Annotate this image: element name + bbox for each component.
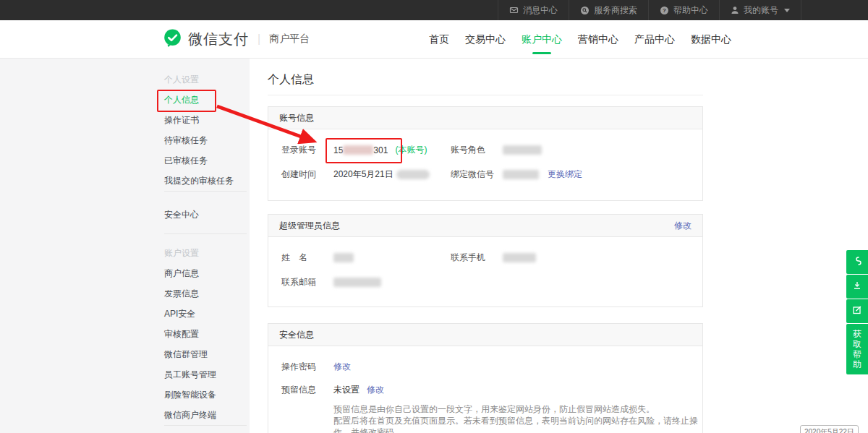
edit-password-link[interactable]: 修改	[333, 361, 351, 373]
masked-phone	[503, 253, 536, 262]
sidebar-item-security-center[interactable]: 安全中心	[145, 205, 250, 225]
page: 消息中心 服务商搜索 ? 帮助中心 我的账号	[0, 0, 868, 433]
super-admin-body: 姓 名 联系手机 联系邮箱	[268, 237, 702, 288]
sidebar-item-wechat-merchant-terminal[interactable]: 微信商户终端	[145, 405, 250, 425]
sidebar-item-pending-review-tasks[interactable]: 待审核任务	[145, 130, 250, 150]
contact-email-label: 联系邮箱	[281, 276, 325, 288]
account-role-label: 账号角色	[451, 144, 494, 156]
account-info-section: 账号信息 登录账号 15 301 (本账号) 账号角色	[268, 106, 703, 201]
page-title: 个人信息	[268, 72, 314, 87]
sidebar-item-personal-info[interactable]: 个人信息	[145, 90, 250, 110]
login-account-label: 登录账号	[281, 144, 325, 156]
reserved-info-description: 预留信息是由你自己设置的一段文字，用来鉴定网站身份，防止假冒网站造成损失。 配置…	[333, 403, 702, 433]
link-button[interactable]	[846, 250, 868, 274]
current-account-note: (本账号)	[395, 144, 427, 156]
nav-item-account-center[interactable]: 账户中心	[514, 20, 570, 58]
chevron-down-icon	[784, 9, 790, 12]
super-admin-section: 超级管理员信息 修改 姓 名 联系手机 联系邮箱	[268, 214, 703, 307]
sidebar-item-operation-certificate[interactable]: 操作证书	[145, 110, 250, 130]
help-center-menu-item[interactable]: ? 帮助中心	[648, 0, 719, 20]
description-line: 预留信息是由你自己设置的一段文字，用来鉴定网站身份，防止假冒网站造成损失。	[333, 403, 702, 415]
title-divider	[268, 95, 703, 95]
logo-separator: |	[258, 33, 260, 46]
my-account-menu-item[interactable]: 我的账号	[719, 0, 801, 20]
download-button[interactable]	[846, 275, 868, 299]
sidebar-item-invoice-info[interactable]: 发票信息	[145, 283, 250, 304]
header: 微信支付 | 商户平台 首页 交易中心 账户中心 营销中心 产品中心 数据中心	[0, 20, 868, 59]
super-admin-section-header: 超级管理员信息 修改	[268, 215, 702, 237]
date-tooltip: 2020年5月22日	[800, 425, 859, 433]
topbar-item-label: 消息中心	[523, 4, 558, 17]
sidebar-item-reviewed-tasks[interactable]: 已审核任务	[145, 150, 250, 171]
account-info-section-header: 账号信息	[268, 107, 702, 129]
nav-item-transaction-center[interactable]: 交易中心	[457, 20, 514, 58]
edit-icon	[852, 305, 862, 318]
main-content: 个人信息 账号信息 登录账号 15 301 (本账号)	[250, 58, 868, 433]
sidebar-divider	[164, 233, 247, 234]
login-account-value: 15 301 (本账号)	[333, 144, 427, 156]
operation-password-label: 操作密码	[281, 361, 325, 373]
main-nav: 首页 交易中心 账户中心 营销中心 产品中心 数据中心	[421, 20, 739, 58]
name-label: 姓 名	[281, 252, 325, 264]
masked-wechat-id	[503, 170, 539, 179]
security-info-section: 安全信息 操作密码 修改 预留信息 未设置 修改 预留信息是由你自己设置的一段文…	[268, 323, 703, 433]
sidebar-item-api-security[interactable]: API安全	[145, 304, 250, 324]
section-title: 超级管理员信息	[279, 215, 340, 236]
masked-email	[333, 278, 381, 287]
feedback-button[interactable]	[846, 299, 868, 323]
nav-item-data-center[interactable]: 数据中心	[683, 20, 739, 58]
topbar-item-label: 帮助中心	[673, 4, 708, 17]
sidebar-item-staff-account-management[interactable]: 员工账号管理	[145, 364, 250, 385]
sidebar-section-personal-settings: 个人设置	[145, 69, 250, 90]
masked-created-time	[396, 170, 430, 179]
help-icon: ?	[660, 6, 669, 15]
created-time-value: 2020年5月21日	[333, 168, 430, 181]
logo[interactable]: 微信支付 | 商户平台	[163, 29, 310, 49]
service-provider-search-menu-item[interactable]: 服务商搜索	[569, 0, 648, 20]
user-icon	[731, 6, 739, 14]
mail-icon	[509, 6, 519, 14]
change-binding-link[interactable]: 更换绑定	[548, 168, 582, 181]
sidebar: 个人设置 个人信息 操作证书 待审核任务 已审核任务 我提交的审核任务 安全中心…	[145, 58, 250, 426]
edit-admin-link[interactable]: 修改	[674, 215, 692, 236]
account-info-body: 登录账号 15 301 (本账号) 账号角色	[268, 129, 702, 181]
message-center-menu-item[interactable]: 消息中心	[498, 0, 569, 20]
sidebar-section-account-settings: 账户设置	[145, 243, 250, 263]
bound-wechat-label: 绑定微信号	[451, 168, 494, 181]
masked-name	[333, 253, 354, 262]
sidebar-item-wechat-group-management[interactable]: 微信群管理	[145, 344, 250, 364]
portal-name: 商户平台	[269, 33, 310, 46]
created-time-label: 创建时间	[281, 168, 325, 181]
contact-phone-label: 联系手机	[451, 252, 494, 264]
logo-text: 微信支付	[188, 30, 249, 49]
sidebar-item-review-config[interactable]: 审核配置	[145, 324, 250, 344]
reserved-info-value: 未设置	[333, 384, 359, 396]
section-title: 安全信息	[279, 324, 314, 346]
nav-item-home[interactable]: 首页	[421, 20, 457, 58]
sidebar-item-face-smart-device[interactable]: 刷脸智能设备	[145, 385, 250, 405]
security-info-section-header: 安全信息	[268, 324, 702, 346]
sidebar-divider	[164, 425, 247, 426]
download-icon	[852, 280, 862, 293]
masked-login-digits	[343, 145, 373, 155]
sidebar-divider	[164, 191, 247, 192]
description-line: 配置后将在首页及充值页面显示。若未看到预留信息，表明当前访问的网站存在风险，请终…	[333, 415, 702, 433]
active-tab-underline	[532, 52, 551, 54]
topbar-item-label: 服务商搜索	[594, 4, 637, 17]
wechat-pay-logo-icon	[163, 28, 182, 51]
nav-item-marketing-center[interactable]: 营销中心	[570, 20, 626, 58]
security-info-body: 操作密码 修改 预留信息 未设置 修改 预留信息是由你自己设置的一段文字，用来鉴…	[268, 346, 702, 433]
topbar: 消息中心 服务商搜索 ? 帮助中心 我的账号	[0, 0, 868, 20]
svg-text:?: ?	[663, 7, 666, 14]
masked-account-role	[503, 145, 542, 155]
floating-help-widget: 获 取 帮 助	[846, 250, 868, 374]
sidebar-item-my-submitted-review-tasks[interactable]: 我提交的审核任务	[145, 171, 250, 191]
sidebar-item-merchant-info[interactable]: 商户信息	[145, 263, 250, 283]
section-title: 账号信息	[279, 107, 314, 129]
nav-item-product-center[interactable]: 产品中心	[626, 20, 683, 58]
topbar-item-label: 我的账号	[744, 4, 778, 17]
topbar-menu: 消息中心 服务商搜索 ? 帮助中心 我的账号	[498, 0, 801, 20]
search-icon	[580, 6, 590, 15]
get-help-button[interactable]: 获 取 帮 助	[846, 324, 868, 374]
edit-reserved-info-link[interactable]: 修改	[367, 384, 384, 396]
